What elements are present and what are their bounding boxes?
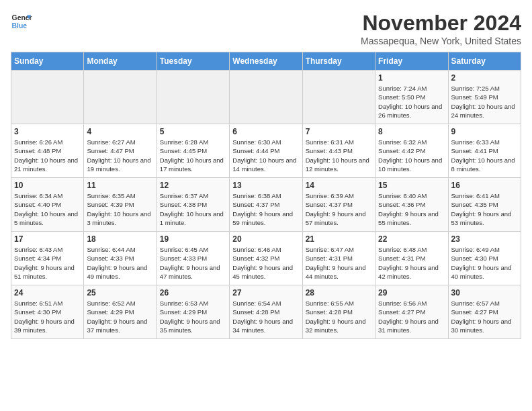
calendar-table: SundayMondayTuesdayWednesdayThursdayFrid… <box>11 52 521 339</box>
day-number: 5 <box>160 127 226 136</box>
calendar-cell: 14Sunrise: 6:39 AM Sunset: 4:37 PM Dayli… <box>302 178 375 232</box>
day-number: 1 <box>378 73 445 83</box>
calendar-cell: 28Sunrise: 6:55 AM Sunset: 4:28 PM Dayli… <box>302 285 375 339</box>
calendar-cell: 20Sunrise: 6:46 AM Sunset: 4:32 PM Dayli… <box>230 232 302 285</box>
day-number: 2 <box>451 73 518 83</box>
calendar-cell: 1Sunrise: 7:24 AM Sunset: 5:50 PM Daylig… <box>375 71 448 124</box>
day-number: 17 <box>14 234 81 244</box>
calendar-cell: 13Sunrise: 6:38 AM Sunset: 4:37 PM Dayli… <box>230 178 302 232</box>
day-number: 7 <box>306 127 372 136</box>
day-number: 23 <box>451 234 518 244</box>
header-day-monday: Monday <box>84 52 157 71</box>
calendar-cell: 30Sunrise: 6:57 AM Sunset: 4:27 PM Dayli… <box>448 285 521 339</box>
day-details: Sunrise: 7:25 AM Sunset: 5:49 PM Dayligh… <box>451 84 518 120</box>
header-day-saturday: Saturday <box>448 52 521 71</box>
day-details: Sunrise: 6:31 AM Sunset: 4:43 PM Dayligh… <box>306 138 372 173</box>
day-number: 11 <box>87 181 153 190</box>
calendar-week-1: 1Sunrise: 7:24 AM Sunset: 5:50 PM Daylig… <box>11 71 521 124</box>
day-number: 28 <box>306 288 372 298</box>
day-number: 30 <box>451 288 518 298</box>
header-day-sunday: Sunday <box>11 52 84 71</box>
day-number: 16 <box>451 181 518 190</box>
calendar-week-5: 24Sunrise: 6:51 AM Sunset: 4:30 PM Dayli… <box>11 285 521 339</box>
calendar-week-4: 17Sunrise: 6:43 AM Sunset: 4:34 PM Dayli… <box>11 232 521 285</box>
calendar-cell: 24Sunrise: 6:51 AM Sunset: 4:30 PM Dayli… <box>11 285 84 339</box>
logo: General Blue <box>11 11 32 32</box>
day-details: Sunrise: 6:47 AM Sunset: 4:31 PM Dayligh… <box>306 245 372 281</box>
day-number: 13 <box>232 181 299 190</box>
day-number: 24 <box>14 288 81 298</box>
calendar-cell: 21Sunrise: 6:47 AM Sunset: 4:31 PM Dayli… <box>302 232 375 285</box>
day-details: Sunrise: 6:45 AM Sunset: 4:33 PM Dayligh… <box>160 245 226 281</box>
calendar-cell: 16Sunrise: 6:41 AM Sunset: 4:35 PM Dayli… <box>448 178 521 232</box>
calendar-week-2: 3Sunrise: 6:26 AM Sunset: 4:48 PM Daylig… <box>11 124 521 178</box>
calendar-cell: 15Sunrise: 6:40 AM Sunset: 4:36 PM Dayli… <box>375 178 448 232</box>
day-number: 21 <box>306 234 372 244</box>
calendar-cell <box>230 71 302 124</box>
calendar-cell: 17Sunrise: 6:43 AM Sunset: 4:34 PM Dayli… <box>11 232 84 285</box>
calendar-cell: 22Sunrise: 6:48 AM Sunset: 4:31 PM Dayli… <box>375 232 448 285</box>
calendar-cell <box>84 71 157 124</box>
header: General Blue November 2024 Massapequa, N… <box>11 11 521 46</box>
title-area: November 2024 Massapequa, New York, Unit… <box>361 11 521 46</box>
day-details: Sunrise: 6:32 AM Sunset: 4:42 PM Dayligh… <box>378 138 445 173</box>
calendar-cell: 27Sunrise: 6:54 AM Sunset: 4:28 PM Dayli… <box>230 285 302 339</box>
month-title: November 2024 <box>361 11 521 36</box>
day-details: Sunrise: 6:37 AM Sunset: 4:38 PM Dayligh… <box>160 191 226 227</box>
day-number: 27 <box>232 288 299 298</box>
header-day-thursday: Thursday <box>302 52 375 71</box>
day-number: 9 <box>451 127 518 136</box>
header-day-tuesday: Tuesday <box>157 52 229 71</box>
day-details: Sunrise: 6:56 AM Sunset: 4:27 PM Dayligh… <box>378 299 445 334</box>
day-number: 25 <box>87 288 153 298</box>
day-number: 22 <box>378 234 445 244</box>
day-details: Sunrise: 6:34 AM Sunset: 4:40 PM Dayligh… <box>14 191 81 227</box>
calendar-cell: 7Sunrise: 6:31 AM Sunset: 4:43 PM Daylig… <box>302 124 375 178</box>
calendar-cell: 19Sunrise: 6:45 AM Sunset: 4:33 PM Dayli… <box>157 232 229 285</box>
calendar-cell: 23Sunrise: 6:49 AM Sunset: 4:30 PM Dayli… <box>448 232 521 285</box>
calendar-cell: 3Sunrise: 6:26 AM Sunset: 4:48 PM Daylig… <box>11 124 84 178</box>
day-number: 6 <box>232 127 299 136</box>
day-details: Sunrise: 6:53 AM Sunset: 4:29 PM Dayligh… <box>160 299 226 334</box>
header-row: SundayMondayTuesdayWednesdayThursdayFrid… <box>11 52 521 71</box>
header-day-wednesday: Wednesday <box>230 52 302 71</box>
day-number: 3 <box>14 127 81 136</box>
day-details: Sunrise: 6:28 AM Sunset: 4:45 PM Dayligh… <box>160 138 226 173</box>
location: Massapequa, New York, United States <box>361 36 521 46</box>
day-details: Sunrise: 6:27 AM Sunset: 4:47 PM Dayligh… <box>87 138 153 173</box>
day-details: Sunrise: 7:24 AM Sunset: 5:50 PM Dayligh… <box>378 84 445 120</box>
calendar-cell: 26Sunrise: 6:53 AM Sunset: 4:29 PM Dayli… <box>157 285 229 339</box>
calendar-cell: 12Sunrise: 6:37 AM Sunset: 4:38 PM Dayli… <box>157 178 229 232</box>
day-details: Sunrise: 6:49 AM Sunset: 4:30 PM Dayligh… <box>451 245 518 281</box>
calendar-cell <box>157 71 229 124</box>
day-details: Sunrise: 6:44 AM Sunset: 4:33 PM Dayligh… <box>87 245 153 281</box>
day-number: 29 <box>378 288 445 298</box>
day-details: Sunrise: 6:46 AM Sunset: 4:32 PM Dayligh… <box>232 245 299 281</box>
day-details: Sunrise: 6:43 AM Sunset: 4:34 PM Dayligh… <box>14 245 81 281</box>
day-details: Sunrise: 6:39 AM Sunset: 4:37 PM Dayligh… <box>306 191 372 227</box>
day-details: Sunrise: 6:40 AM Sunset: 4:36 PM Dayligh… <box>378 191 445 227</box>
calendar-cell: 18Sunrise: 6:44 AM Sunset: 4:33 PM Dayli… <box>84 232 157 285</box>
calendar-cell: 29Sunrise: 6:56 AM Sunset: 4:27 PM Dayli… <box>375 285 448 339</box>
day-details: Sunrise: 6:54 AM Sunset: 4:28 PM Dayligh… <box>232 299 299 334</box>
day-details: Sunrise: 6:48 AM Sunset: 4:31 PM Dayligh… <box>378 245 445 281</box>
calendar-cell: 25Sunrise: 6:52 AM Sunset: 4:29 PM Dayli… <box>84 285 157 339</box>
logo-icon: General Blue <box>11 11 32 32</box>
day-number: 20 <box>232 234 299 244</box>
day-number: 14 <box>306 181 372 190</box>
header-day-friday: Friday <box>375 52 448 71</box>
calendar-cell <box>11 71 84 124</box>
day-details: Sunrise: 6:38 AM Sunset: 4:37 PM Dayligh… <box>232 191 299 227</box>
day-number: 4 <box>87 127 153 136</box>
day-number: 26 <box>160 288 226 298</box>
day-details: Sunrise: 6:26 AM Sunset: 4:48 PM Dayligh… <box>14 138 81 173</box>
day-details: Sunrise: 6:51 AM Sunset: 4:30 PM Dayligh… <box>14 299 81 334</box>
day-number: 18 <box>87 234 153 244</box>
day-number: 19 <box>160 234 226 244</box>
calendar-cell: 6Sunrise: 6:30 AM Sunset: 4:44 PM Daylig… <box>230 124 302 178</box>
calendar-week-3: 10Sunrise: 6:34 AM Sunset: 4:40 PM Dayli… <box>11 178 521 232</box>
calendar-cell: 10Sunrise: 6:34 AM Sunset: 4:40 PM Dayli… <box>11 178 84 232</box>
day-details: Sunrise: 6:57 AM Sunset: 4:27 PM Dayligh… <box>451 299 518 334</box>
calendar-cell: 11Sunrise: 6:35 AM Sunset: 4:39 PM Dayli… <box>84 178 157 232</box>
day-details: Sunrise: 6:33 AM Sunset: 4:41 PM Dayligh… <box>451 138 518 173</box>
